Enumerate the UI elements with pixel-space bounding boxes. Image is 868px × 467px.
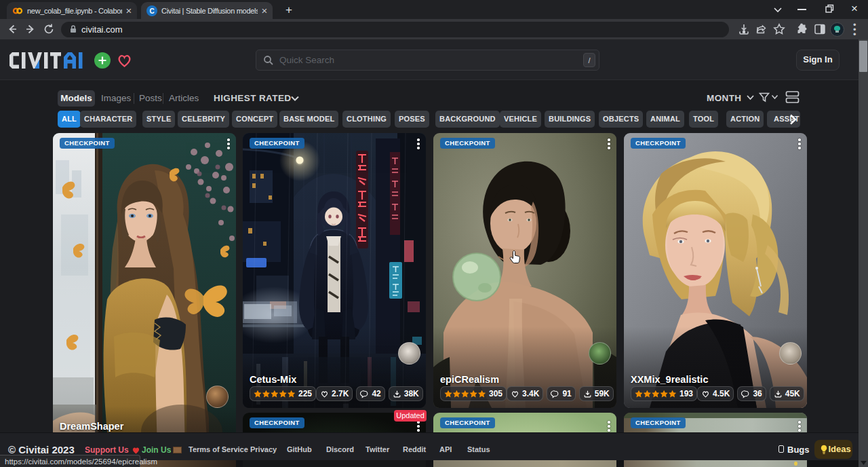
- svg-text:C: C: [150, 7, 155, 14]
